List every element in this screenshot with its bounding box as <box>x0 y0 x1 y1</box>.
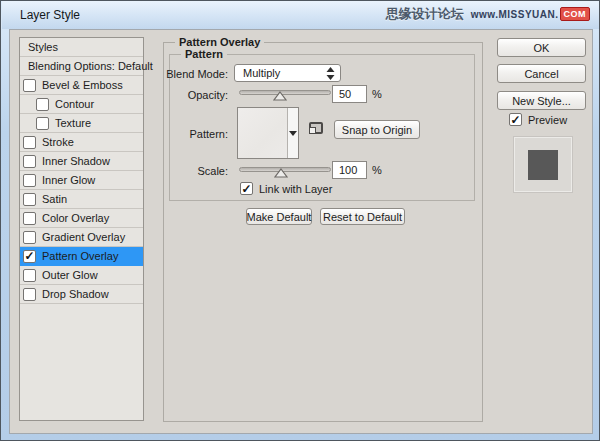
style-label: Pattern Overlay <box>42 250 118 262</box>
pattern-group-title: Pattern <box>181 48 227 60</box>
style-checkbox[interactable] <box>23 79 36 92</box>
sidebar-item-blending-options[interactable]: Blending Options: Default <box>20 57 143 76</box>
link-with-layer-checkbox[interactable]: ✓ <box>240 182 253 195</box>
chevron-down-icon <box>289 131 297 136</box>
watermark-url: www.MISSYUAN. COM <box>471 7 590 21</box>
pattern-picker-arrow[interactable] <box>288 108 298 158</box>
sidebar-item-outer-glow[interactable]: Outer Glow <box>20 266 143 285</box>
make-default-button[interactable]: Make Default <box>246 208 312 225</box>
opacity-slider[interactable] <box>239 86 331 99</box>
preview-label: Preview <box>528 114 567 126</box>
opacity-input[interactable]: 50 <box>332 85 367 103</box>
preview-checkbox[interactable]: ✓ <box>509 113 522 126</box>
scale-slider[interactable] <box>239 163 331 176</box>
style-label: Drop Shadow <box>42 288 109 300</box>
styles-list: Styles Blending Options: Default Bevel &… <box>19 37 144 421</box>
style-checkbox[interactable]: ✓ <box>23 250 36 263</box>
style-checkbox[interactable] <box>23 174 36 187</box>
snap-to-origin-button[interactable]: Snap to Origin <box>334 120 420 139</box>
sidebar-item-bevel-emboss[interactable]: Bevel & Emboss <box>20 76 143 95</box>
styles-header-label: Styles <box>28 41 58 53</box>
style-label: Bevel & Emboss <box>42 79 123 91</box>
opacity-unit: % <box>372 88 382 100</box>
blending-options-label: Blending Options: Default <box>28 60 153 72</box>
sidebar-item-inner-glow[interactable]: Inner Glow <box>20 171 143 190</box>
style-checkbox[interactable] <box>36 98 49 111</box>
style-checkbox[interactable] <box>23 136 36 149</box>
scale-input[interactable]: 100 <box>332 161 367 179</box>
sidebar-item-contour[interactable]: Contour <box>20 95 143 114</box>
watermark: 思缘设计论坛 www.MISSYUAN. COM <box>386 5 590 23</box>
style-label: Inner Shadow <box>42 155 110 167</box>
sidebar-item-gradient-overlay[interactable]: Gradient Overlay <box>20 228 143 247</box>
pattern-label: Pattern: <box>151 128 228 140</box>
style-label: Contour <box>55 98 94 110</box>
watermark-url-prefix: www.MISSYUAN. <box>471 9 559 20</box>
sidebar-item-drop-shadow[interactable]: Drop Shadow <box>20 285 143 304</box>
blend-mode-value: Multiply <box>243 67 280 79</box>
style-checkbox[interactable] <box>23 269 36 282</box>
style-checkbox[interactable] <box>23 231 36 244</box>
blend-mode-stepper-icon <box>326 67 335 82</box>
watermark-url-badge: COM <box>560 7 591 21</box>
pattern-thumbnail[interactable] <box>238 108 288 158</box>
sidebar-item-pattern-overlay[interactable]: ✓Pattern Overlay <box>20 247 143 266</box>
style-label: Color Overlay <box>42 212 109 224</box>
preview-swatch-fill <box>528 150 558 180</box>
style-checkbox[interactable] <box>23 288 36 301</box>
preview-swatch <box>513 136 573 193</box>
style-label: Gradient Overlay <box>42 231 125 243</box>
title-bar[interactable]: Layer Style 思缘设计论坛 www.MISSYUAN. COM <box>2 1 600 29</box>
scale-label: Scale: <box>151 165 228 177</box>
style-checkbox[interactable] <box>23 193 36 206</box>
sidebar-item-color-overlay[interactable]: Color Overlay <box>20 209 143 228</box>
style-label: Inner Glow <box>42 174 95 186</box>
link-with-layer-label: Link with Layer <box>259 183 332 195</box>
opacity-label: Opacity: <box>151 89 228 101</box>
style-label: Texture <box>55 117 91 129</box>
sidebar-item-inner-shadow[interactable]: Inner Shadow <box>20 152 143 171</box>
new-pattern-icon[interactable] <box>309 122 323 134</box>
opacity-slider-thumb[interactable] <box>273 87 287 105</box>
style-label: Stroke <box>42 136 74 148</box>
scale-slider-thumb[interactable] <box>274 164 288 182</box>
new-style-button[interactable]: New Style... <box>497 91 586 110</box>
pattern-picker[interactable] <box>237 107 299 159</box>
sidebar-item-satin[interactable]: Satin <box>20 190 143 209</box>
style-checkbox[interactable] <box>23 212 36 225</box>
pattern-overlay-group-title: Pattern Overlay <box>175 36 264 48</box>
styles-list-items: Bevel & EmbossContourTextureStrokeInner … <box>20 76 143 304</box>
style-label: Satin <box>42 193 67 205</box>
style-checkbox[interactable] <box>23 155 36 168</box>
scale-unit: % <box>372 164 382 176</box>
blend-mode-label: Blend Mode: <box>151 68 228 80</box>
window-title: Layer Style <box>20 8 80 22</box>
reset-to-default-button[interactable]: Reset to Default <box>320 208 405 225</box>
style-label: Outer Glow <box>42 269 98 281</box>
watermark-site-name: 思缘设计论坛 <box>386 5 464 23</box>
sidebar-item-stroke[interactable]: Stroke <box>20 133 143 152</box>
layer-style-dialog: Layer Style 思缘设计论坛 www.MISSYUAN. COM Sty… <box>0 0 600 441</box>
ok-button[interactable]: OK <box>497 38 586 57</box>
styles-list-header[interactable]: Styles <box>20 38 143 57</box>
blend-mode-select[interactable]: Multiply <box>234 64 341 82</box>
cancel-button[interactable]: Cancel <box>497 64 586 83</box>
sidebar-item-texture[interactable]: Texture <box>20 114 143 133</box>
style-checkbox[interactable] <box>36 117 49 130</box>
